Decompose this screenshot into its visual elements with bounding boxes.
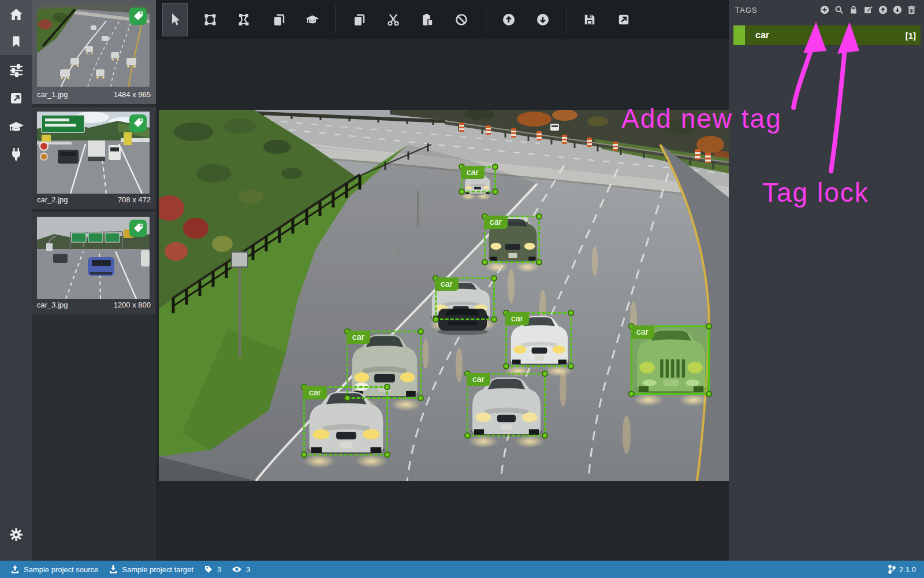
asset-size: 708 x 472 bbox=[118, 195, 151, 207]
nav-tags-editor-button[interactable] bbox=[0, 28, 32, 55]
asset-size: 1484 x 965 bbox=[114, 90, 151, 102]
nav-settings-button[interactable] bbox=[0, 521, 32, 548]
region-handle[interactable] bbox=[503, 363, 509, 369]
tool-previous-asset-button[interactable] bbox=[496, 7, 521, 32]
toolbar-separator bbox=[567, 5, 567, 34]
tag-count-item: 3 bbox=[204, 565, 221, 574]
project-target-item[interactable]: Sample project target bbox=[109, 565, 193, 574]
region-car-0[interactable]: car bbox=[461, 166, 496, 192]
region-handle[interactable] bbox=[492, 188, 498, 195]
region-handle[interactable] bbox=[542, 370, 548, 377]
region-handle[interactable] bbox=[568, 310, 574, 316]
region-handle[interactable] bbox=[418, 328, 424, 335]
region-handle[interactable] bbox=[418, 395, 424, 401]
annotation-tag-lock: Tag lock bbox=[762, 177, 869, 208]
delete-tag-icon[interactable] bbox=[907, 5, 916, 14]
region-tag-chip: car bbox=[346, 331, 370, 344]
tool-remove-all-regions-button[interactable] bbox=[449, 7, 474, 32]
asset-item-car-3[interactable]: car_3.jpg 1200 x 800 bbox=[32, 212, 156, 314]
region-handle[interactable] bbox=[301, 451, 307, 458]
git-branch-icon bbox=[888, 565, 896, 574]
region-handle[interactable] bbox=[542, 432, 548, 439]
tool-export-project-button[interactable] bbox=[611, 7, 636, 32]
save-icon bbox=[583, 13, 596, 26]
tool-copy-regions-button[interactable] bbox=[346, 7, 372, 32]
region-handle[interactable] bbox=[491, 275, 497, 281]
tool-select-button[interactable] bbox=[162, 3, 188, 36]
region-handle[interactable] bbox=[706, 323, 712, 329]
nav-adjustments-button[interactable] bbox=[0, 57, 32, 84]
region-handle[interactable] bbox=[536, 213, 542, 220]
region-handle[interactable] bbox=[464, 432, 471, 439]
region-car-4[interactable]: car bbox=[505, 312, 572, 367]
add-tag-icon[interactable] bbox=[820, 5, 829, 14]
left-navbar bbox=[0, 0, 32, 561]
region-handle[interactable] bbox=[536, 259, 542, 265]
region-handle[interactable] bbox=[384, 451, 390, 458]
visited-count-value: 3 bbox=[246, 565, 250, 574]
search-tags-icon[interactable] bbox=[834, 5, 844, 14]
region-handle[interactable] bbox=[706, 391, 712, 397]
region-handle[interactable] bbox=[628, 391, 635, 397]
region-tag-chip: car bbox=[505, 312, 529, 325]
asset-size: 1200 x 800 bbox=[114, 301, 151, 312]
region-tag-chip: car bbox=[484, 216, 508, 229]
sliders-icon bbox=[9, 63, 24, 78]
arrow-up-circle-icon bbox=[502, 13, 516, 27]
region-car-5[interactable]: car bbox=[467, 373, 546, 436]
region-tag-chip: car bbox=[631, 325, 654, 339]
region-handle[interactable] bbox=[482, 259, 488, 265]
tool-next-asset-button[interactable] bbox=[530, 7, 556, 32]
edit-tag-icon[interactable] bbox=[863, 5, 873, 14]
nav-export-button[interactable] bbox=[0, 85, 32, 112]
move-tag-up-icon[interactable] bbox=[878, 5, 888, 14]
region-handle[interactable] bbox=[491, 316, 497, 323]
nav-active-learning-button[interactable] bbox=[0, 114, 32, 140]
tagged-badge-icon bbox=[129, 114, 147, 132]
asset-item-car-2[interactable]: car_2.jpg 708 x 472 bbox=[32, 107, 156, 209]
toolbar-separator bbox=[486, 5, 486, 34]
move-tag-down-icon[interactable] bbox=[893, 5, 902, 14]
project-target-label: Sample project target bbox=[122, 565, 193, 574]
lock-tag-icon[interactable] bbox=[849, 5, 858, 14]
asset-thumbnail-3 bbox=[37, 217, 150, 299]
visited-count-item: 3 bbox=[232, 565, 250, 574]
copy-rectangle-icon bbox=[272, 13, 286, 27]
nav-plugins-button[interactable] bbox=[0, 142, 32, 168]
region-tag-chip: car bbox=[461, 166, 485, 179]
region-car-2[interactable]: car bbox=[435, 277, 495, 320]
tool-draw-rectangle-button[interactable] bbox=[198, 7, 223, 32]
export-icon bbox=[617, 13, 630, 26]
tag-count-value: 3 bbox=[217, 565, 221, 574]
region-tag-chip: car bbox=[303, 386, 327, 399]
tool-paste-regions-button[interactable] bbox=[415, 7, 440, 32]
region-car-7-selected[interactable]: car bbox=[631, 325, 710, 395]
region-handle[interactable] bbox=[459, 188, 465, 195]
region-car-6[interactable]: car bbox=[303, 386, 388, 455]
region-handle[interactable] bbox=[568, 363, 574, 369]
tag-item-car[interactable]: car [1] bbox=[733, 25, 921, 45]
region-handle[interactable] bbox=[492, 164, 498, 170]
editor-toolbar bbox=[156, 0, 729, 39]
tool-cut-regions-button[interactable] bbox=[381, 7, 406, 32]
bookmark-icon bbox=[10, 35, 23, 49]
tool-active-learning-button[interactable] bbox=[300, 7, 325, 32]
region-handle[interactable] bbox=[433, 316, 439, 323]
graduation-cap-icon bbox=[305, 13, 320, 27]
asset-thumbnail-1 bbox=[37, 5, 150, 87]
asset-name: car_2.jpg bbox=[37, 195, 68, 207]
tool-draw-polygon-button[interactable] bbox=[231, 7, 256, 32]
tool-copy-rectangle-button[interactable] bbox=[266, 7, 292, 32]
project-source-item[interactable]: Sample project source bbox=[10, 565, 98, 574]
version-item: 2.1.0 bbox=[888, 565, 916, 574]
region-car-1[interactable]: car bbox=[484, 216, 540, 263]
asset-item-car-1[interactable]: car_1.jpg 1484 x 965 bbox=[32, 0, 156, 104]
tag-count: [1] bbox=[906, 31, 916, 40]
nav-home-button[interactable] bbox=[0, 1, 32, 28]
asset-image-stage[interactable]: car car car car car car bbox=[159, 110, 729, 481]
asset-list: car_1.jpg 1484 x 965 bbox=[32, 0, 156, 561]
tool-save-project-button[interactable] bbox=[577, 7, 602, 32]
region-handle[interactable] bbox=[384, 384, 390, 390]
tagged-badge-icon bbox=[129, 8, 147, 25]
copy-icon bbox=[352, 13, 366, 27]
